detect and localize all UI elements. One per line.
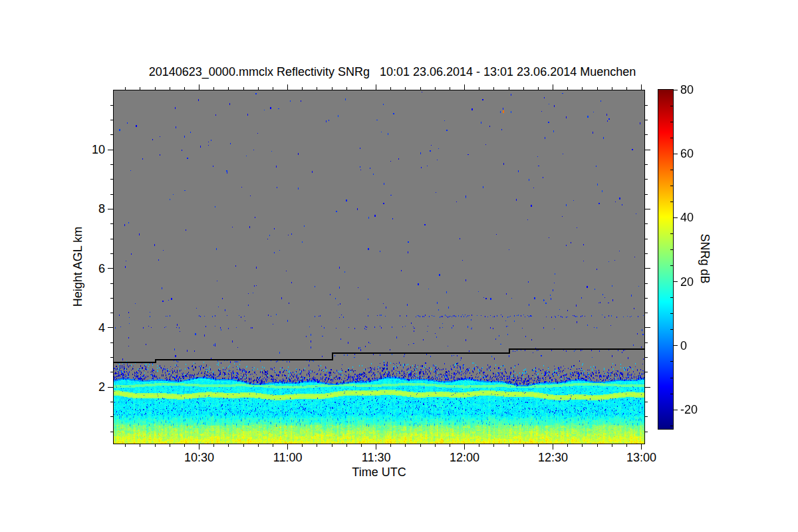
x-axis-minor-tick bbox=[332, 444, 332, 447]
x-axis-minor-tick bbox=[420, 444, 421, 447]
x-axis-top-minor-tick bbox=[626, 87, 627, 90]
y-axis-right-minor-tick bbox=[645, 164, 648, 165]
x-axis-minor-tick bbox=[582, 444, 583, 447]
x-axis-top-minor-tick bbox=[125, 87, 126, 90]
colorbar-minor-tick bbox=[670, 138, 673, 138]
radar-quicklook-figure: 20140623_0000.mmclx Reflectivity SNRg 10… bbox=[0, 0, 798, 532]
colorbar-minor-tick bbox=[670, 361, 673, 362]
y-axis-right-minor-tick bbox=[645, 179, 648, 180]
colorbar-major-tick bbox=[674, 154, 678, 154]
x-axis-minor-tick bbox=[479, 444, 479, 447]
y-axis-minor-tick bbox=[110, 164, 113, 165]
colorbar-minor-tick bbox=[670, 265, 673, 266]
colorbar-minor-tick bbox=[670, 313, 673, 314]
y-axis-minor-tick bbox=[110, 283, 113, 284]
y-axis-right-minor-tick bbox=[645, 416, 648, 417]
x-axis-top-minor-tick bbox=[317, 87, 317, 90]
colorbar-label: SNRg dB bbox=[698, 233, 712, 283]
x-axis-top-minor-tick bbox=[302, 87, 303, 90]
x-axis-major-tick bbox=[199, 444, 200, 450]
x-axis-top-major-tick bbox=[464, 84, 465, 90]
colorbar-minor-tick bbox=[670, 329, 673, 330]
x-axis-major-tick bbox=[641, 444, 642, 450]
y-axis-minor-tick bbox=[110, 357, 113, 358]
x-axis-top-minor-tick bbox=[612, 87, 612, 90]
x-axis-minor-tick bbox=[538, 444, 539, 447]
y-axis-minor-tick bbox=[110, 298, 113, 299]
x-axis-tick-label: 11:00 bbox=[267, 451, 309, 464]
y-axis-right-major-tick bbox=[645, 150, 650, 150]
y-axis-major-tick bbox=[108, 268, 113, 269]
x-axis-major-tick bbox=[464, 444, 465, 450]
x-axis-minor-tick bbox=[258, 444, 259, 447]
x-axis-minor-tick bbox=[450, 444, 450, 447]
y-axis-tick-label: 2 bbox=[74, 380, 105, 394]
x-axis-top-minor-tick bbox=[538, 87, 539, 90]
x-axis-tick-label: 13:00 bbox=[620, 451, 663, 464]
x-axis-top-minor-tick bbox=[509, 87, 509, 90]
x-axis-minor-tick bbox=[493, 444, 494, 447]
x-axis-minor-tick bbox=[125, 444, 126, 447]
colorbar-tick-label: 40 bbox=[680, 211, 694, 224]
colorbar-minor-tick bbox=[670, 378, 673, 378]
x-axis-tick-label: 10:30 bbox=[178, 451, 221, 464]
x-axis-top-minor-tick bbox=[567, 87, 568, 90]
y-axis-minor-tick bbox=[110, 402, 113, 402]
x-axis-minor-tick bbox=[170, 444, 170, 447]
x-axis-top-minor-tick bbox=[405, 87, 406, 90]
x-axis-top-minor-tick bbox=[435, 87, 436, 90]
x-axis-minor-tick bbox=[184, 444, 185, 447]
y-axis-minor-tick bbox=[110, 239, 113, 239]
x-axis-minor-tick bbox=[273, 444, 273, 447]
colorbar-minor-tick bbox=[670, 233, 673, 234]
y-axis-tick-label: 8 bbox=[74, 202, 105, 215]
y-axis-right-minor-tick bbox=[645, 357, 648, 358]
y-axis-minor-tick bbox=[110, 253, 113, 254]
x-axis-top-minor-tick bbox=[523, 87, 524, 90]
y-axis-right-minor-tick bbox=[645, 342, 648, 343]
colorbar-major-tick bbox=[674, 345, 678, 346]
x-axis-top-minor-tick bbox=[493, 87, 494, 90]
y-axis-right-minor-tick bbox=[645, 253, 648, 254]
x-axis-minor-tick bbox=[612, 444, 612, 447]
plot-title: 20140623_0000.mmclx Reflectivity SNRg 10… bbox=[113, 65, 672, 79]
colorbar-minor-tick bbox=[670, 249, 673, 250]
colorbar-minor-tick bbox=[670, 170, 673, 170]
x-axis-minor-tick bbox=[346, 444, 347, 447]
x-axis-top-minor-tick bbox=[332, 87, 332, 90]
x-axis-tick-label: 11:30 bbox=[355, 451, 398, 464]
y-axis-tick-label: 4 bbox=[74, 321, 105, 334]
x-axis-top-major-tick bbox=[287, 84, 288, 90]
y-axis-major-tick bbox=[108, 387, 113, 388]
x-axis-minor-tick bbox=[140, 444, 140, 447]
y-axis-tick-label: 6 bbox=[74, 262, 105, 275]
y-axis-right-minor-tick bbox=[645, 194, 648, 195]
colorbar-tick-label: 80 bbox=[680, 83, 694, 96]
x-axis-top-major-tick bbox=[641, 84, 642, 90]
x-axis-minor-tick bbox=[405, 444, 406, 447]
colorbar-major-tick bbox=[674, 281, 678, 282]
x-axis-minor-tick bbox=[317, 444, 317, 447]
colorbar-minor-tick bbox=[670, 186, 673, 186]
y-axis-right-major-tick bbox=[645, 327, 650, 328]
x-axis-minor-tick bbox=[155, 444, 156, 447]
colorbar-major-tick bbox=[674, 90, 678, 90]
y-axis-minor-tick bbox=[110, 432, 113, 432]
x-axis-minor-tick bbox=[243, 444, 244, 447]
y-axis-minor-tick bbox=[110, 223, 113, 224]
x-axis-major-tick bbox=[376, 444, 376, 450]
colorbar-minor-tick bbox=[670, 122, 673, 122]
x-axis-minor-tick bbox=[523, 444, 524, 447]
x-axis-top-major-tick bbox=[376, 84, 376, 90]
x-axis-top-minor-tick bbox=[228, 87, 229, 90]
y-axis-right-major-tick bbox=[645, 387, 650, 388]
y-axis-minor-tick bbox=[110, 313, 113, 313]
y-axis-right-minor-tick bbox=[645, 432, 648, 432]
y-axis-right-minor-tick bbox=[645, 134, 648, 135]
x-axis-top-minor-tick bbox=[582, 87, 583, 90]
y-axis-tick-label: 10 bbox=[74, 143, 105, 156]
y-axis-right-minor-tick bbox=[645, 105, 648, 106]
y-axis-right-minor-tick bbox=[645, 120, 648, 120]
y-axis-major-tick bbox=[108, 150, 113, 150]
x-axis-major-tick bbox=[553, 444, 553, 450]
